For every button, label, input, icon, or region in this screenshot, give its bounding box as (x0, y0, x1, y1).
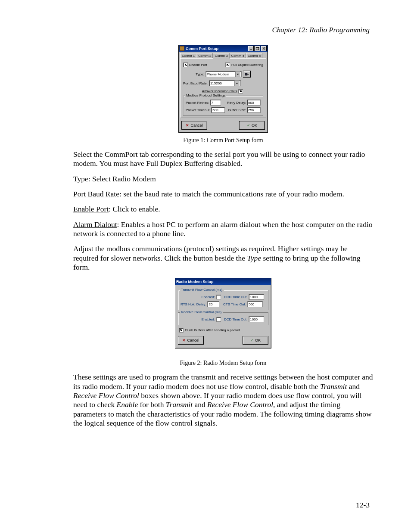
rts-label: RTS Hold Delay: (181, 302, 206, 306)
chevron-down-icon[interactable] (235, 72, 240, 77)
enable-port-checkbox[interactable] (183, 62, 188, 67)
paragraph-baud: Port Baud Rate: set the baud rate to mat… (73, 190, 373, 199)
baud-combo[interactable]: 115200 (209, 80, 241, 86)
tab-strip: Comm 1 Comm 2 Comm 3 Comm 4 Comm 5 (179, 52, 268, 58)
cancel-button[interactable]: ✕Cancel (178, 336, 204, 345)
dialog-titlebar: Radio Modem Setup (175, 278, 271, 285)
dialog-title: Comm Port Setup (186, 47, 218, 51)
rts-field[interactable]: 20 (207, 301, 219, 307)
type-settings-button[interactable] (243, 71, 251, 78)
flush-checkbox[interactable] (179, 328, 184, 333)
packet-timeout-field[interactable]: 500 (211, 107, 225, 113)
rx-dcd-field[interactable]: 1000 (249, 316, 264, 322)
retry-delay-field[interactable]: 500 (247, 100, 261, 106)
answer-checkbox[interactable] (238, 89, 243, 93)
comm-port-setup-dialog: Comm Port Setup Comm 1 Comm 2 Comm 3 Com… (178, 45, 268, 133)
figure-1-caption: Figure 1: Comm Port Setup form (73, 137, 373, 144)
dialog-title: Radio Modem Setup (176, 280, 214, 284)
x-icon: ✕ (186, 123, 189, 128)
retry-delay-label: Retry Delay: (227, 101, 246, 105)
buffer-size-label: Buffer Size: (228, 108, 246, 112)
paragraph-alarm: Alarm Dialout: Enables a host PC to perf… (73, 220, 373, 239)
close-icon[interactable] (261, 46, 267, 51)
baud-value: 115200 (210, 81, 234, 85)
packet-retries-label: Packet Retries: (186, 101, 209, 105)
modbus-group-label: Modbus Protocol Settings (185, 93, 226, 97)
radio-modem-setup-dialog: Radio Modem Setup Transmit Flow Control … (175, 278, 271, 348)
ok-button[interactable]: ✓OK (239, 121, 265, 130)
app-icon (180, 46, 184, 51)
tab-comm-4[interactable]: Comm 4 (230, 53, 246, 58)
rx-enabled-label: Enabled: (201, 317, 215, 321)
rx-enabled-checkbox[interactable] (216, 317, 221, 322)
svg-rect-0 (245, 73, 247, 75)
svg-rect-1 (247, 74, 249, 75)
baud-label: Port Baud Rate: (183, 81, 208, 85)
minimize-icon[interactable] (248, 46, 254, 51)
packet-retries-field[interactable]: 7 (210, 100, 221, 106)
tab-comm-3[interactable]: Comm 3 (213, 53, 229, 59)
chevron-down-icon[interactable] (234, 81, 240, 86)
receive-group-label: Receive Flow Control (ms): (180, 310, 223, 314)
dcd-field[interactable]: 1000 (249, 294, 264, 300)
check-icon: ✓ (247, 123, 250, 128)
paragraph-type: Type: Select Radio Modem (73, 174, 373, 184)
type-value: Phone Modem (207, 72, 235, 76)
tab-comm-2[interactable]: Comm 2 (196, 53, 213, 58)
paragraph-adjust: Adjust the modbus communications (protoc… (73, 244, 373, 272)
paragraph-enable: Enable Port: Click to enable. (73, 205, 373, 214)
type-combo[interactable]: Phone Modem (206, 71, 242, 77)
x-icon: ✕ (182, 338, 186, 342)
paragraph-1: Select the CommPort tab corresponding to… (73, 150, 373, 168)
receive-group: Receive Flow Control (ms): Enabled: DCD … (178, 312, 268, 325)
cts-label: CTS Time Out: (223, 302, 246, 306)
transmit-group-label: Transmit Flow Control (ms): (180, 288, 224, 292)
answer-label: Answer Incoming Calls (202, 89, 237, 93)
dialog-titlebar: Comm Port Setup (179, 45, 268, 52)
check-icon: ✓ (250, 338, 254, 342)
dcd-label: DCD Time Out: (224, 295, 247, 299)
modbus-group: Modbus Protocol Settings Packet Retries:… (183, 96, 263, 116)
tab-comm-5[interactable]: Comm 5 (246, 53, 262, 58)
ok-button[interactable]: ✓OK (243, 336, 268, 345)
buffer-size-field[interactable]: 256 (247, 107, 261, 113)
full-duplex-checkbox[interactable] (225, 62, 230, 67)
cancel-button[interactable]: ✕Cancel (181, 121, 207, 130)
transmit-group: Transmit Flow Control (ms): Enabled: DCD… (178, 290, 268, 310)
enable-port-label: Enable Port (189, 63, 207, 67)
type-label: Type: (196, 72, 204, 76)
full-duplex-label: Full Duplex Buffering (231, 63, 263, 67)
flush-label: Flush Buffers after sending a packet (185, 328, 240, 332)
tx-enabled-label: Enabled: (201, 295, 215, 299)
page-header: Chapter 12: Radio Programming (272, 26, 370, 34)
cts-field[interactable]: 500 (247, 301, 263, 307)
tx-enabled-checkbox[interactable] (216, 295, 221, 299)
page-number: 12-3 (356, 501, 370, 510)
packet-timeout-label: Packet Timeout: (186, 108, 210, 112)
tab-comm-1[interactable]: Comm 1 (180, 53, 196, 58)
rx-dcd-label: DCD Time Out: (224, 317, 247, 321)
maximize-icon[interactable] (254, 46, 260, 51)
figure-2-caption: Figure 2: Radio Modem Setup form (73, 360, 373, 367)
paragraph-settings: These settings are used to program the t… (73, 373, 373, 428)
